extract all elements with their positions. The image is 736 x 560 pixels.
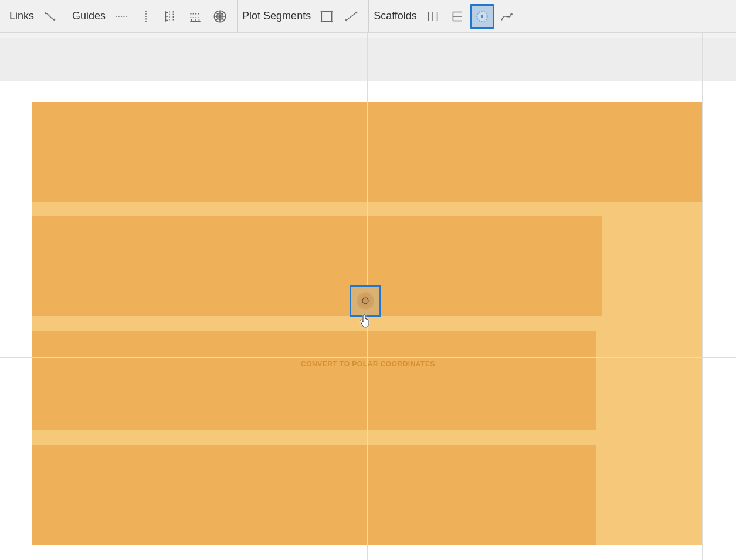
x-coordinator-icon bbox=[163, 9, 178, 24]
plot-segment-line-button[interactable] bbox=[339, 4, 364, 29]
svg-point-10 bbox=[355, 11, 357, 13]
polar-scaffold-icon bbox=[474, 9, 490, 24]
canvas-area[interactable]: CONVERT TO POLAR COORDINATES bbox=[0, 33, 736, 560]
tool-group-plot-segments: Plot Segments bbox=[238, 0, 369, 33]
guide-y-coord-button[interactable] bbox=[183, 4, 208, 29]
polar-drop-marker[interactable] bbox=[350, 285, 381, 317]
toolbar: Links Guides bbox=[0, 0, 736, 33]
scaffold-horizontal-button[interactable] bbox=[420, 4, 445, 29]
guide-vertical-button[interactable] bbox=[134, 4, 158, 29]
svg-rect-4 bbox=[321, 11, 331, 21]
grid-vline-left bbox=[32, 33, 32, 560]
bar-2 bbox=[32, 216, 602, 316]
tool-group-scaffolds: Scaffolds bbox=[369, 0, 524, 33]
canvas-bottom-white bbox=[32, 545, 736, 560]
links-label: Links bbox=[9, 10, 34, 22]
canvas-top-white bbox=[32, 81, 736, 102]
guide-horizontal-button[interactable] bbox=[109, 4, 134, 29]
canvas-header-gap bbox=[0, 38, 736, 81]
region-2d-icon bbox=[319, 9, 334, 24]
vertical-guide-icon bbox=[138, 9, 154, 24]
scaffolds-label: Scaffolds bbox=[374, 10, 417, 22]
y-coordinator-icon bbox=[188, 9, 203, 24]
svg-point-5 bbox=[321, 10, 323, 12]
bar-3 bbox=[32, 331, 596, 430]
plot-segment-region-button[interactable] bbox=[314, 4, 339, 29]
svg-point-12 bbox=[481, 15, 483, 17]
svg-point-6 bbox=[331, 10, 333, 12]
line-segment-icon bbox=[344, 9, 359, 24]
svg-point-9 bbox=[345, 19, 347, 21]
polar-guide-icon bbox=[212, 9, 228, 24]
canvas-left-rail bbox=[0, 81, 32, 560]
scaffold-vertical-button[interactable] bbox=[445, 4, 470, 29]
links-icon bbox=[42, 9, 57, 24]
guides-label: Guides bbox=[72, 10, 106, 22]
guide-polar-button[interactable] bbox=[208, 4, 232, 29]
svg-point-8 bbox=[331, 21, 333, 22]
canvas-right-strip bbox=[702, 81, 736, 560]
scaffold-polar-button[interactable] bbox=[470, 4, 494, 29]
plot-segments-label: Plot Segments bbox=[242, 10, 311, 22]
links-button[interactable] bbox=[38, 4, 62, 29]
guide-x-coord-button[interactable] bbox=[158, 4, 183, 29]
svg-point-7 bbox=[321, 21, 323, 22]
tool-group-links: Links bbox=[5, 0, 67, 33]
polar-drop-marker-icon bbox=[357, 292, 374, 310]
convert-polar-label: CONVERT TO POLAR COORDINATES bbox=[0, 360, 736, 368]
curve-scaffold-icon bbox=[499, 9, 514, 24]
grid-hline-mid bbox=[0, 357, 736, 358]
horizontal-scaffold-icon bbox=[425, 9, 440, 24]
bar-4 bbox=[32, 445, 596, 545]
grid-vline-right bbox=[702, 33, 703, 560]
horizontal-guide-icon bbox=[114, 9, 129, 24]
tool-group-guides: Guides bbox=[67, 0, 238, 33]
vertical-scaffold-icon bbox=[450, 9, 465, 24]
scaffold-curve-button[interactable] bbox=[494, 4, 519, 29]
